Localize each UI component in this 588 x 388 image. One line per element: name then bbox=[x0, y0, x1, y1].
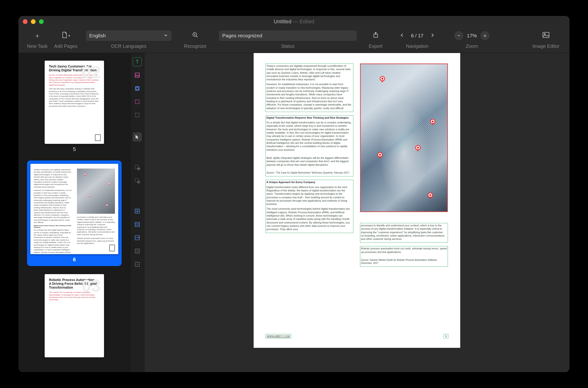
thumbnail-page-7[interactable]: 03 Robotic Process Automation – A Drivin… bbox=[41, 271, 107, 361]
minus-icon: − bbox=[457, 33, 460, 39]
chevron-left-icon bbox=[400, 32, 404, 39]
toolbar: ＋ New Task ▾ Add Pages English bbox=[19, 27, 569, 53]
thumbnail-page-5[interactable]: 02 Tech Savvy Customers Are Driving Digi… bbox=[41, 57, 107, 156]
text-area-tool[interactable]: T bbox=[133, 57, 142, 66]
svg-rect-17 bbox=[135, 249, 139, 253]
document-name: Untitled bbox=[274, 19, 291, 24]
export-label: Export bbox=[369, 44, 383, 49]
footer-url-area[interactable]: WWW.ABBYY.COM bbox=[265, 334, 291, 338]
fullscreen-window-button[interactable] bbox=[39, 19, 44, 24]
map-pin-icon bbox=[415, 145, 421, 152]
svg-point-4 bbox=[544, 33, 545, 34]
body-area: 02 Tech Savvy Customers Are Driving Digi… bbox=[19, 53, 569, 372]
cut-area-part-tool[interactable] bbox=[133, 176, 142, 185]
minimize-window-button[interactable] bbox=[31, 19, 36, 24]
zoom-value: 17% bbox=[467, 33, 477, 39]
map-pin-icon bbox=[380, 76, 385, 83]
document-icon bbox=[95, 134, 101, 141]
new-task-button[interactable]: ＋ bbox=[32, 30, 43, 41]
svg-rect-9 bbox=[135, 113, 139, 117]
recognition-area-tool[interactable] bbox=[133, 111, 142, 120]
app-window: Untitled — Edited ＋ New Task ▾ bbox=[19, 16, 569, 372]
status-field: Pages recognized bbox=[219, 30, 357, 41]
share-icon bbox=[373, 32, 379, 40]
map-pin-icon bbox=[428, 193, 433, 200]
chevron-down-icon: ▾ bbox=[68, 34, 70, 38]
magnify-text-icon: A bbox=[192, 32, 198, 40]
ocr-language-value: English bbox=[89, 33, 106, 39]
add-area-part-tool[interactable] bbox=[133, 163, 142, 172]
next-page-button[interactable] bbox=[427, 30, 438, 41]
add-pages-label: Add Pages bbox=[54, 44, 77, 49]
plus-icon: ＋ bbox=[34, 32, 40, 40]
image-icon bbox=[543, 32, 549, 40]
traffic-lights bbox=[23, 19, 44, 24]
chevron-down-icon bbox=[163, 33, 168, 39]
zoom-in-button[interactable]: ＋ bbox=[481, 31, 489, 40]
page-view[interactable]: Today's consumers are digitally empowere… bbox=[144, 53, 569, 372]
plus-icon: ＋ bbox=[482, 32, 488, 39]
background-area-tool[interactable] bbox=[133, 84, 142, 93]
add-pages-button[interactable]: ▾ bbox=[61, 30, 71, 41]
document-icon bbox=[109, 245, 115, 251]
new-task-label: New Task bbox=[27, 44, 47, 49]
close-window-button[interactable] bbox=[23, 19, 27, 24]
svg-rect-15 bbox=[135, 222, 139, 227]
table-delete-sep-tool[interactable] bbox=[133, 233, 142, 242]
ocr-language-select[interactable]: English bbox=[86, 30, 172, 41]
status-label: Status bbox=[281, 44, 295, 49]
svg-rect-8 bbox=[135, 100, 139, 104]
page-indicator: 6 / 17 bbox=[411, 33, 424, 39]
image-editor-label: Image Editor bbox=[532, 44, 559, 49]
thumb5-body: This has left many companies striving to… bbox=[49, 88, 100, 107]
navigation-label: Navigation bbox=[406, 44, 429, 49]
page-icon bbox=[62, 32, 67, 40]
text-area-block-5[interactable]: Robotic process automation tools cut cos… bbox=[360, 246, 448, 267]
recognize-label: Recognize bbox=[184, 44, 207, 49]
thumb6-number: 6 bbox=[73, 257, 76, 263]
zoom-label: Zoom bbox=[466, 44, 478, 49]
thumbnail-panel[interactable]: 02 Tech Savvy Customers Are Driving Digi… bbox=[19, 53, 130, 372]
status-value: Pages recognized bbox=[222, 33, 262, 39]
picture-area-tool[interactable] bbox=[133, 71, 142, 80]
table-merge-cells-tool[interactable] bbox=[133, 246, 142, 256]
text-area-block-2[interactable]: Digital Transformation Requires New Thin… bbox=[265, 115, 353, 176]
text-area-block-1[interactable]: Today's consumers are digitally empowere… bbox=[265, 64, 353, 112]
svg-text:A: A bbox=[194, 33, 196, 36]
footer-page-number-area[interactable]: 6 bbox=[444, 334, 448, 338]
table-add-hsep-tool[interactable] bbox=[133, 220, 142, 229]
text-area-block-3[interactable]: A Unique Approach for Every Company Digi… bbox=[265, 180, 353, 233]
zoom-out-button[interactable]: − bbox=[455, 31, 463, 40]
ocr-languages-label: OCR Languages bbox=[111, 44, 147, 49]
text-area-block-4[interactable]: processes to identify and understand you… bbox=[360, 223, 448, 243]
image-editor-button[interactable] bbox=[541, 30, 551, 41]
svg-rect-3 bbox=[543, 32, 549, 38]
svg-rect-7 bbox=[136, 87, 138, 90]
select-tool[interactable] bbox=[133, 132, 142, 142]
map-pin-icon bbox=[377, 152, 383, 159]
recognize-button[interactable]: A bbox=[190, 30, 200, 41]
prev-page-button[interactable] bbox=[397, 30, 407, 41]
page-6-canvas: Today's consumers are digitally empowere… bbox=[254, 53, 460, 348]
chevron-right-icon bbox=[430, 32, 435, 39]
document-edited-status: Edited bbox=[300, 19, 314, 24]
area-tools-rail: T bbox=[130, 53, 144, 372]
titlebar: Untitled — Edited bbox=[19, 16, 569, 27]
table-split-cells-tool[interactable] bbox=[133, 260, 142, 269]
thumb5-number: 5 bbox=[73, 146, 76, 152]
table-add-vsep-tool[interactable] bbox=[133, 207, 142, 216]
export-button[interactable] bbox=[370, 30, 381, 41]
svg-rect-5 bbox=[135, 73, 139, 77]
window-title: Untitled — Edited bbox=[274, 19, 314, 25]
picture-area-block[interactable] bbox=[360, 64, 448, 212]
barcode-area-tool[interactable] bbox=[133, 97, 142, 106]
map-pin-icon bbox=[430, 119, 435, 126]
thumbnail-page-6[interactable]: Today's consumers are digitally empowere… bbox=[27, 161, 122, 266]
